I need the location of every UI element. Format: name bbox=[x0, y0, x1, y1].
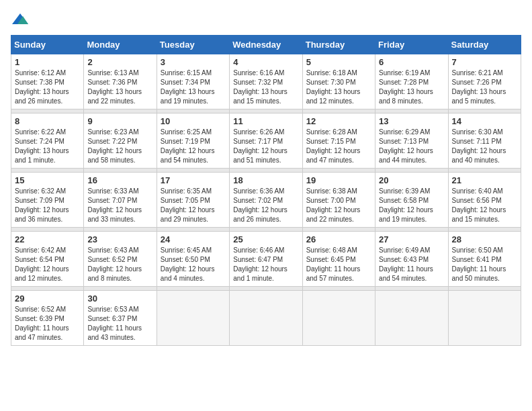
day-info: Sunrise: 6:38 AM Sunset: 7:00 PM Dayligh… bbox=[306, 187, 371, 224]
day-info: Sunrise: 6:19 AM Sunset: 7:28 PM Dayligh… bbox=[379, 68, 444, 106]
day-number: 7 bbox=[452, 57, 517, 67]
day-info: Sunrise: 6:21 AM Sunset: 7:26 PM Dayligh… bbox=[452, 68, 517, 106]
day-info: Sunrise: 6:13 AM Sunset: 7:36 PM Dayligh… bbox=[87, 68, 152, 106]
calendar-cell: 8Sunrise: 6:22 AM Sunset: 7:24 PM Daylig… bbox=[11, 113, 84, 169]
day-number: 6 bbox=[379, 57, 444, 67]
day-info: Sunrise: 6:15 AM Sunset: 7:34 PM Dayligh… bbox=[161, 68, 226, 106]
day-number: 4 bbox=[233, 57, 298, 67]
day-number: 22 bbox=[15, 234, 80, 244]
calendar-cell: 29Sunrise: 6:52 AM Sunset: 6:39 PM Dayli… bbox=[11, 291, 84, 346]
day-number: 1 bbox=[15, 57, 80, 67]
calendar-cell: 12Sunrise: 6:28 AM Sunset: 7:15 PM Dayli… bbox=[302, 113, 375, 169]
calendar-cell: 26Sunrise: 6:48 AM Sunset: 6:45 PM Dayli… bbox=[302, 232, 375, 287]
calendar-cell: 2Sunrise: 6:13 AM Sunset: 7:36 PM Daylig… bbox=[84, 54, 157, 109]
calendar-cell: 28Sunrise: 6:50 AM Sunset: 6:41 PM Dayli… bbox=[448, 232, 521, 287]
day-number: 21 bbox=[452, 175, 517, 185]
calendar-cell: 14Sunrise: 6:30 AM Sunset: 7:11 PM Dayli… bbox=[448, 113, 521, 169]
calendar-cell: 16Sunrise: 6:33 AM Sunset: 7:07 PM Dayli… bbox=[84, 173, 157, 228]
logo-icon bbox=[11, 11, 30, 30]
calendar-cell: 15Sunrise: 6:32 AM Sunset: 7:09 PM Dayli… bbox=[11, 173, 84, 228]
calendar-cell: 25Sunrise: 6:46 AM Sunset: 6:47 PM Dayli… bbox=[230, 232, 302, 287]
day-header-saturday: Saturday bbox=[448, 36, 521, 54]
day-header-friday: Friday bbox=[375, 36, 448, 54]
day-info: Sunrise: 6:22 AM Sunset: 7:24 PM Dayligh… bbox=[15, 128, 80, 165]
calendar-cell: 10Sunrise: 6:25 AM Sunset: 7:19 PM Dayli… bbox=[157, 113, 229, 169]
calendar-cell: 17Sunrise: 6:35 AM Sunset: 7:05 PM Dayli… bbox=[157, 173, 229, 228]
day-number: 23 bbox=[87, 234, 152, 244]
day-info: Sunrise: 6:46 AM Sunset: 6:47 PM Dayligh… bbox=[233, 246, 298, 283]
calendar-cell: 4Sunrise: 6:16 AM Sunset: 7:32 PM Daylig… bbox=[230, 54, 302, 109]
day-number: 17 bbox=[161, 175, 226, 185]
logo bbox=[11, 11, 32, 30]
calendar-cell bbox=[157, 291, 229, 346]
day-info: Sunrise: 6:49 AM Sunset: 6:43 PM Dayligh… bbox=[379, 246, 444, 283]
day-info: Sunrise: 6:53 AM Sunset: 6:37 PM Dayligh… bbox=[87, 305, 152, 342]
calendar-cell: 23Sunrise: 6:43 AM Sunset: 6:52 PM Dayli… bbox=[84, 232, 157, 287]
day-number: 5 bbox=[306, 57, 371, 67]
day-number: 3 bbox=[161, 57, 226, 67]
calendar-cell: 22Sunrise: 6:42 AM Sunset: 6:54 PM Dayli… bbox=[11, 232, 84, 287]
day-info: Sunrise: 6:25 AM Sunset: 7:19 PM Dayligh… bbox=[161, 128, 226, 165]
calendar-cell: 7Sunrise: 6:21 AM Sunset: 7:26 PM Daylig… bbox=[448, 54, 521, 109]
calendar-cell: 18Sunrise: 6:36 AM Sunset: 7:02 PM Dayli… bbox=[230, 173, 302, 228]
day-header-wednesday: Wednesday bbox=[230, 36, 302, 54]
day-header-thursday: Thursday bbox=[302, 36, 375, 54]
calendar-cell bbox=[302, 291, 375, 346]
day-info: Sunrise: 6:39 AM Sunset: 6:58 PM Dayligh… bbox=[379, 187, 444, 224]
day-info: Sunrise: 6:43 AM Sunset: 6:52 PM Dayligh… bbox=[87, 246, 152, 283]
day-info: Sunrise: 6:30 AM Sunset: 7:11 PM Dayligh… bbox=[452, 128, 517, 165]
calendar-cell: 19Sunrise: 6:38 AM Sunset: 7:00 PM Dayli… bbox=[302, 173, 375, 228]
calendar-cell: 9Sunrise: 6:23 AM Sunset: 7:22 PM Daylig… bbox=[84, 113, 157, 169]
day-number: 16 bbox=[87, 175, 152, 185]
day-info: Sunrise: 6:12 AM Sunset: 7:38 PM Dayligh… bbox=[15, 68, 80, 106]
day-number: 30 bbox=[87, 293, 152, 304]
day-number: 20 bbox=[379, 175, 444, 185]
day-info: Sunrise: 6:42 AM Sunset: 6:54 PM Dayligh… bbox=[15, 246, 80, 283]
calendar-cell: 11Sunrise: 6:26 AM Sunset: 7:17 PM Dayli… bbox=[230, 113, 302, 169]
day-number: 9 bbox=[87, 116, 152, 126]
day-header-monday: Monday bbox=[84, 36, 157, 54]
day-number: 8 bbox=[15, 116, 80, 126]
day-info: Sunrise: 6:50 AM Sunset: 6:41 PM Dayligh… bbox=[452, 246, 517, 283]
calendar-cell: 5Sunrise: 6:18 AM Sunset: 7:30 PM Daylig… bbox=[302, 54, 375, 109]
day-header-sunday: Sunday bbox=[11, 36, 84, 54]
day-info: Sunrise: 6:52 AM Sunset: 6:39 PM Dayligh… bbox=[15, 305, 80, 342]
day-number: 28 bbox=[452, 234, 517, 244]
day-number: 12 bbox=[306, 116, 371, 126]
calendar-cell: 20Sunrise: 6:39 AM Sunset: 6:58 PM Dayli… bbox=[375, 173, 448, 228]
day-info: Sunrise: 6:29 AM Sunset: 7:13 PM Dayligh… bbox=[379, 128, 444, 165]
day-number: 15 bbox=[15, 175, 80, 185]
calendar-week-5: 29Sunrise: 6:52 AM Sunset: 6:39 PM Dayli… bbox=[11, 291, 521, 346]
calendar-cell bbox=[375, 291, 448, 346]
day-number: 13 bbox=[379, 116, 444, 126]
day-info: Sunrise: 6:16 AM Sunset: 7:32 PM Dayligh… bbox=[233, 68, 298, 106]
calendar-week-1: 1Sunrise: 6:12 AM Sunset: 7:38 PM Daylig… bbox=[11, 54, 521, 109]
day-number: 18 bbox=[233, 175, 298, 185]
day-info: Sunrise: 6:26 AM Sunset: 7:17 PM Dayligh… bbox=[233, 128, 298, 165]
calendar-cell: 3Sunrise: 6:15 AM Sunset: 7:34 PM Daylig… bbox=[157, 54, 229, 109]
day-header-tuesday: Tuesday bbox=[157, 36, 229, 54]
day-number: 11 bbox=[233, 116, 298, 126]
calendar-cell: 30Sunrise: 6:53 AM Sunset: 6:37 PM Dayli… bbox=[84, 291, 157, 346]
day-number: 2 bbox=[87, 57, 152, 67]
day-info: Sunrise: 6:32 AM Sunset: 7:09 PM Dayligh… bbox=[15, 187, 80, 224]
day-info: Sunrise: 6:35 AM Sunset: 7:05 PM Dayligh… bbox=[161, 187, 226, 224]
page-header bbox=[11, 11, 521, 30]
day-number: 25 bbox=[233, 234, 298, 244]
calendar-cell bbox=[230, 291, 302, 346]
calendar-header-row: SundayMondayTuesdayWednesdayThursdayFrid… bbox=[11, 36, 521, 54]
day-info: Sunrise: 6:36 AM Sunset: 7:02 PM Dayligh… bbox=[233, 187, 298, 224]
calendar-cell: 1Sunrise: 6:12 AM Sunset: 7:38 PM Daylig… bbox=[11, 54, 84, 109]
day-number: 27 bbox=[379, 234, 444, 244]
calendar-cell: 21Sunrise: 6:40 AM Sunset: 6:56 PM Dayli… bbox=[448, 173, 521, 228]
day-info: Sunrise: 6:18 AM Sunset: 7:30 PM Dayligh… bbox=[306, 68, 371, 106]
calendar-table: SundayMondayTuesdayWednesdayThursdayFrid… bbox=[11, 35, 521, 346]
day-info: Sunrise: 6:40 AM Sunset: 6:56 PM Dayligh… bbox=[452, 187, 517, 224]
calendar-cell: 27Sunrise: 6:49 AM Sunset: 6:43 PM Dayli… bbox=[375, 232, 448, 287]
day-info: Sunrise: 6:33 AM Sunset: 7:07 PM Dayligh… bbox=[87, 187, 152, 224]
day-info: Sunrise: 6:23 AM Sunset: 7:22 PM Dayligh… bbox=[87, 128, 152, 165]
day-number: 10 bbox=[161, 116, 226, 126]
day-info: Sunrise: 6:45 AM Sunset: 6:50 PM Dayligh… bbox=[161, 246, 226, 283]
day-info: Sunrise: 6:48 AM Sunset: 6:45 PM Dayligh… bbox=[306, 246, 371, 283]
calendar-week-4: 22Sunrise: 6:42 AM Sunset: 6:54 PM Dayli… bbox=[11, 232, 521, 287]
